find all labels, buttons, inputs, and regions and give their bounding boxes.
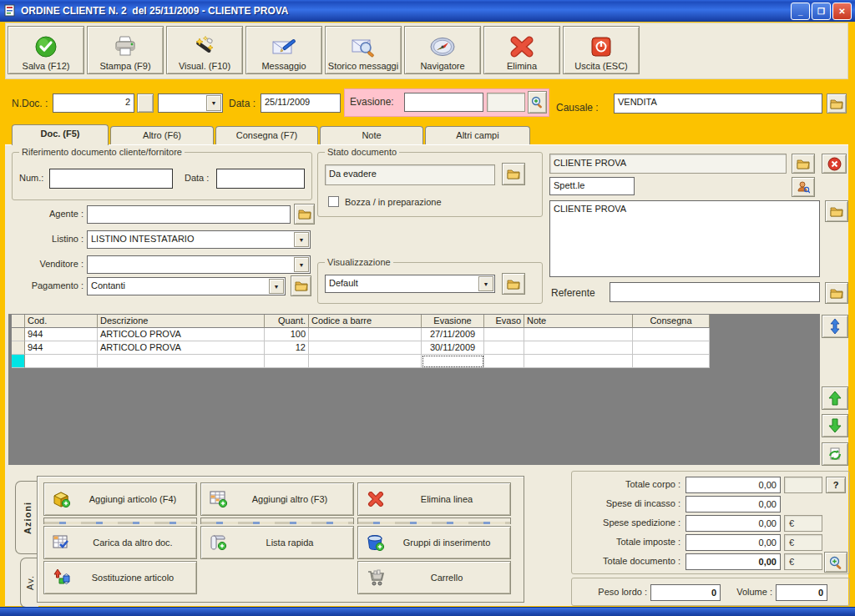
exit-button[interactable]: Uscita (ESC) [563,26,640,74]
envelope-pen-icon [271,33,297,61]
chevron-down-icon[interactable]: ▼ [269,279,284,294]
totale-corpo-label: Totale corpo : [572,479,680,489]
items-grid[interactable]: Cod. Descrizione Quant. Codice a barre E… [12,315,710,368]
contact-search-button[interactable] [792,177,815,197]
col-codice-a-barre[interactable]: Codice a barre [309,315,422,328]
gruppi-di-inserimento-button[interactable]: Gruppi di inserimento [357,526,511,559]
pagamento-combobox[interactable]: Contanti▼ [87,277,286,295]
move-row-button[interactable] [822,315,848,338]
insert-groups-icon [363,533,388,552]
cliente-clear-button[interactable] [822,154,847,174]
chevron-down-icon[interactable]: ▼ [294,232,309,247]
aggiungi-articolo-button[interactable]: Aggiungi articolo (F4) [43,482,197,516]
stato-lookup-button[interactable] [502,163,525,185]
totale-documento-field: 0,00 [686,553,781,570]
focused-cell[interactable] [422,355,484,368]
evasione-zoom-button[interactable] [528,91,547,114]
move-down-button[interactable] [822,414,848,437]
tab-note[interactable]: Note [320,126,423,145]
chevron-down-icon[interactable]: ▼ [294,257,309,272]
cliente-field: CLIENTE PROVA [549,154,787,174]
data-label: Data : [229,98,255,109]
col-descrizione[interactable]: Descrizione [98,315,265,328]
tab-consegna[interactable]: Consegna (F7) [215,126,318,145]
titlebar: ORDINE CLIENTE N. 2 del 25/11/2009 - CLI… [0,0,855,22]
carrello-button[interactable]: Carrello [357,561,511,594]
tab-altro[interactable]: Altro (F6) [110,126,214,145]
col-note[interactable]: Note [524,315,633,328]
venditore-combobox[interactable]: ▼ [87,255,311,274]
lista-rapida-button[interactable]: Lista rapida [200,526,354,559]
table-row[interactable]: 944 ARTICOLO PROVA 100 27/11/2009 [12,328,710,341]
help-button[interactable]: ? [826,477,846,493]
folder-icon [830,98,843,109]
col-consegna[interactable]: Consegna [633,315,710,328]
titolo-field[interactable]: Spett.le [549,177,635,195]
col-cod[interactable]: Cod. [25,315,98,328]
col-evasione[interactable]: Evasione [422,315,484,328]
navigator-button[interactable]: Navigatore [404,26,481,74]
ndoc-spin-button[interactable] [137,93,154,113]
move-up-button[interactable] [822,386,848,410]
hidden-button-strip [43,518,197,524]
toolbar: Salva (F12) Stampa (F9) Visual. (F10) Me… [5,23,848,79]
causale-lookup-button[interactable] [827,93,847,114]
chevron-down-icon[interactable]: ▼ [206,95,221,111]
chevron-down-icon[interactable]: ▼ [478,276,493,291]
visualizzazione-legend: Visualizzazione [325,257,393,267]
folder-icon [298,209,311,220]
referente-lookup-button[interactable] [825,282,848,304]
visualizzazione-combobox[interactable]: Default▼ [325,275,495,293]
delete-button[interactable]: Elimina [483,26,560,74]
evasione-field[interactable] [404,93,483,112]
elimina-linea-button[interactable]: Elimina linea [357,482,511,516]
doc-tab-panel: Riferimento documento cliente/fornitore … [5,144,848,606]
message-history-button[interactable]: Storico messaggi [325,26,402,74]
doc-suffix-combobox[interactable]: ▼ [158,93,223,113]
col-quant[interactable]: Quant. [265,315,309,328]
tab-altri-campi[interactable]: Altri campi [425,126,530,145]
col-evaso[interactable]: Evaso [484,315,524,328]
tab-doc[interactable]: Doc. (F5) [12,124,109,145]
cliente-lookup-button[interactable] [792,154,815,174]
preview-button[interactable]: Visual. (F10) [166,26,243,74]
compass-icon [428,33,457,61]
data-field[interactable]: 25/11/2009 [261,93,341,113]
carica-da-altro-doc-button[interactable]: Carica da altro doc. [43,526,197,559]
sostituzione-articolo-button[interactable]: Sostituzione articolo [43,561,197,594]
indirizzo-textarea[interactable]: CLIENTE PROVA [549,200,820,277]
causale-field[interactable]: VENDITA [614,93,822,114]
totale-imposte-field: 0,00 [686,534,781,551]
close-button[interactable]: ✕ [832,3,852,20]
restore-button[interactable]: ❐ [812,3,831,20]
stato-legend: Stato documento [325,147,399,157]
agente-field[interactable] [87,205,291,224]
agente-label: Agente : [22,209,83,219]
rif-data-field[interactable] [216,169,305,189]
referente-field[interactable] [610,282,820,302]
indirizzo-lookup-button[interactable] [825,200,848,222]
message-button[interactable]: Messaggio [245,26,322,74]
print-button[interactable]: Stampa (F9) [87,26,164,74]
refresh-button[interactable] [822,442,848,466]
bozza-checkbox[interactable] [328,196,339,207]
minimize-button[interactable]: _ [791,3,810,20]
visualizzazione-lookup-button[interactable] [502,273,525,295]
pagamento-lookup-button[interactable] [291,275,311,296]
side-tab-azioni[interactable]: Azioni [15,481,38,554]
listino-combobox[interactable]: LISTINO INTESTATARIO▼ [87,230,311,249]
side-tab-av[interactable]: Av. [20,558,38,608]
table-row[interactable]: 944 ARTICOLO PROVA 12 30/11/2009 [12,341,710,355]
rif-num-field[interactable] [49,169,173,189]
table-row-new[interactable] [12,355,710,368]
save-button[interactable]: Salva (F12) [8,26,84,74]
rif-num-label: Num.: [19,173,43,183]
peso-lordo-field: 0 [650,584,721,601]
aggiungi-altro-button[interactable]: Aggiungi altro (F3) [200,482,354,516]
red-x-icon [509,33,534,61]
ndoc-field[interactable]: 2 [53,93,134,113]
agente-lookup-button[interactable] [294,204,315,225]
totale-corpo-extra-box [784,477,822,493]
active-row-selector[interactable] [12,355,25,368]
totals-zoom-button[interactable] [824,552,847,573]
